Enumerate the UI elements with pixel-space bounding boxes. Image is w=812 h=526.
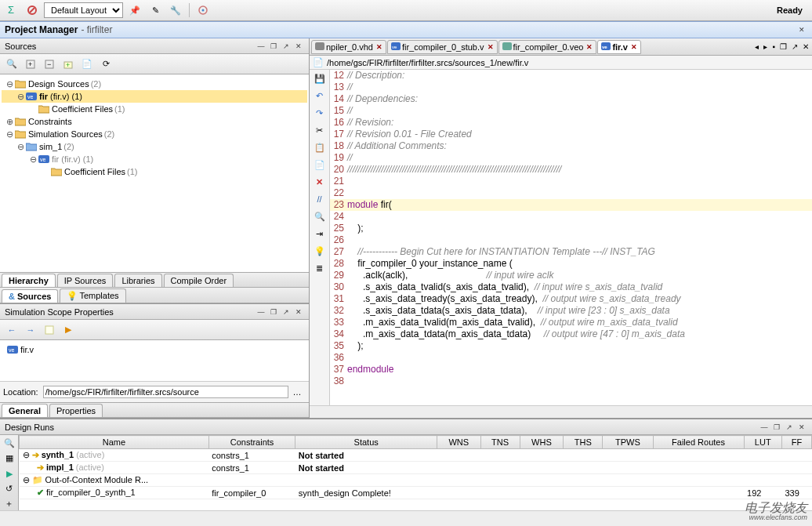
- run-row[interactable]: ⊖ ➔ synth_1 (active)constrs_1Not started: [20, 449, 812, 462]
- tree-item[interactable]: ⊖sim_1(2): [2, 140, 307, 153]
- tab-properties[interactable]: Properties: [49, 404, 103, 417]
- popout-icon[interactable]: ↗: [281, 307, 292, 317]
- comment-icon[interactable]: //: [313, 192, 327, 206]
- wand-icon[interactable]: ✎: [147, 2, 164, 19]
- runs-scrollbar[interactable]: [0, 510, 812, 523]
- svg-text:ve: ve: [392, 45, 397, 49]
- popout-icon[interactable]: ↗: [790, 42, 799, 51]
- popout-icon[interactable]: ↗: [281, 41, 292, 52]
- find-icon[interactable]: 🔍: [313, 209, 327, 223]
- editor-tab[interactable]: vefir.v✕: [597, 40, 641, 54]
- run-row[interactable]: ➔ impl_1 (active)constrs_1Not started: [20, 462, 812, 474]
- tab-hierarchy[interactable]: Hierarchy: [2, 274, 56, 287]
- paste-icon[interactable]: 📄: [313, 158, 327, 172]
- save-icon[interactable]: 💾: [313, 71, 327, 85]
- restore-icon[interactable]: ❐: [778, 42, 788, 51]
- close-tab-icon[interactable]: ✕: [488, 43, 494, 51]
- sources-tree[interactable]: ⊖Design Sources(2)⊖vefir (fir.v) (1)Coef…: [0, 74, 309, 272]
- copy-icon[interactable]: 📋: [313, 140, 327, 154]
- editor-tab[interactable]: fir_compiler_0.veo✕: [498, 40, 597, 54]
- undo-icon[interactable]: ↶: [313, 89, 327, 103]
- tab-general[interactable]: General: [2, 404, 48, 417]
- svg-text:ve: ve: [602, 45, 607, 49]
- tree-item[interactable]: ⊖vefir (fir.v) (1): [2, 90, 307, 103]
- sim-file-item[interactable]: ve fir.v: [3, 343, 306, 356]
- tab-templates[interactable]: 💡Templates: [60, 288, 125, 303]
- reset-icon[interactable]: ↺: [2, 482, 16, 495]
- bulb-icon[interactable]: 💡: [313, 244, 327, 258]
- close-tab-icon[interactable]: ✕: [586, 43, 593, 51]
- minimize-icon[interactable]: —: [759, 422, 770, 433]
- tree-item[interactable]: ⊕Constraints: [2, 115, 307, 128]
- editor-tabs: npiler_0.vhd✕vefir_compiler_0_stub.v✕fir…: [310, 38, 812, 56]
- editor-tab[interactable]: npiler_0.vhd✕: [311, 40, 386, 54]
- tab-compile-order[interactable]: Compile Order: [164, 274, 234, 287]
- tab-libraries[interactable]: Libraries: [114, 274, 161, 287]
- run-icon[interactable]: ▶: [2, 466, 16, 480]
- back-icon[interactable]: ←: [3, 321, 20, 339]
- svg-point-4: [202, 9, 205, 12]
- close-icon[interactable]: ✕: [801, 42, 810, 51]
- tab-ip-sources[interactable]: IP Sources: [57, 274, 114, 287]
- fwd-icon[interactable]: →: [22, 321, 39, 339]
- project-manager-bar: Project Manager - firfilter ✕: [0, 21, 812, 38]
- search-icon[interactable]: 🔍: [3, 56, 20, 73]
- filter-icon[interactable]: ▦: [2, 452, 16, 465]
- minimize-icon[interactable]: —: [256, 41, 266, 52]
- tab-prev-icon[interactable]: ◂: [753, 42, 760, 51]
- select-icon[interactable]: ▶: [60, 321, 77, 339]
- tree-item[interactable]: Coefficient Files(1): [2, 165, 307, 178]
- close-icon[interactable]: ✕: [796, 422, 807, 433]
- expand-icon[interactable]: +: [22, 56, 39, 73]
- close-icon[interactable]: ✕: [293, 307, 304, 317]
- runs-table[interactable]: NameConstraintsStatusWNSTNSWHSTHSTPWSFai…: [19, 435, 812, 499]
- cut-icon[interactable]: ✂: [313, 123, 327, 137]
- close-tab-icon[interactable]: ✕: [376, 43, 382, 51]
- goto-icon[interactable]: ⇥: [313, 227, 327, 241]
- file-icon: 📄: [313, 57, 327, 67]
- restore-icon[interactable]: ❐: [771, 422, 782, 433]
- tree-item[interactable]: ⊖Design Sources(2): [2, 78, 307, 90]
- tab-next-icon[interactable]: ▸: [762, 42, 769, 51]
- editor-path-bar: 📄 /home/gsc/FIR/firfilter/firfilter.srcs…: [310, 56, 812, 70]
- debug-icon[interactable]: [194, 2, 212, 19]
- refresh-icon[interactable]: ⟳: [97, 56, 114, 73]
- tree-item[interactable]: Coefficient Files(1): [2, 103, 307, 115]
- tab-sources[interactable]: & Sources: [2, 289, 58, 303]
- pm-project: - firfilter: [81, 24, 112, 35]
- sources-header: Sources — ❐ ↗ ✕: [0, 38, 309, 54]
- minimize-icon[interactable]: —: [256, 307, 266, 317]
- redo-icon[interactable]: ↷: [313, 106, 327, 120]
- layout-select[interactable]: Default Layout: [44, 2, 123, 18]
- search-icon[interactable]: 🔍: [2, 437, 16, 450]
- code-editor[interactable]: 12// Description: 13// 14// Dependencies…: [330, 70, 812, 405]
- settings-icon[interactable]: 📄: [78, 56, 96, 73]
- location-input[interactable]: [43, 386, 288, 398]
- cancel-icon[interactable]: [24, 2, 41, 19]
- pm-title: Project Manager: [5, 24, 78, 35]
- tree-item[interactable]: ⊖Simulation Sources(2): [2, 128, 307, 140]
- find-icon[interactable]: [41, 321, 58, 339]
- popout-icon[interactable]: ↗: [784, 422, 795, 433]
- delete-icon[interactable]: ✕: [313, 175, 327, 189]
- wrench-icon[interactable]: 🔧: [167, 2, 184, 19]
- tree-item[interactable]: ⊖vefir (fir.v) (1): [2, 153, 307, 165]
- editor-tab[interactable]: vefir_compiler_0_stub.v✕: [387, 40, 498, 54]
- run-row[interactable]: ⊖ 📁 Out-of-Context Module R...: [20, 474, 812, 487]
- collapse-icon[interactable]: −: [41, 56, 58, 73]
- close-icon[interactable]: ✕: [796, 24, 807, 35]
- restore-icon[interactable]: ❐: [268, 307, 279, 317]
- restore-icon[interactable]: ❐: [268, 41, 279, 52]
- add-icon[interactable]: ＋: [2, 497, 16, 510]
- sum-icon[interactable]: Σ: [3, 2, 20, 19]
- format-icon[interactable]: ≣: [313, 261, 327, 275]
- run-row[interactable]: ✔ fir_compiler_0_synth_1fir_compiler_0sy…: [20, 487, 812, 499]
- browse-icon[interactable]: …: [288, 383, 306, 401]
- close-icon[interactable]: ✕: [293, 41, 304, 52]
- editor-scrollbar[interactable]: [310, 405, 812, 418]
- add-icon[interactable]: +: [60, 56, 77, 73]
- tab-list-icon[interactable]: ▪: [770, 42, 777, 51]
- pin-icon[interactable]: 📌: [126, 2, 143, 19]
- close-tab-icon[interactable]: ✕: [631, 43, 637, 51]
- location-label: Location:: [3, 387, 38, 397]
